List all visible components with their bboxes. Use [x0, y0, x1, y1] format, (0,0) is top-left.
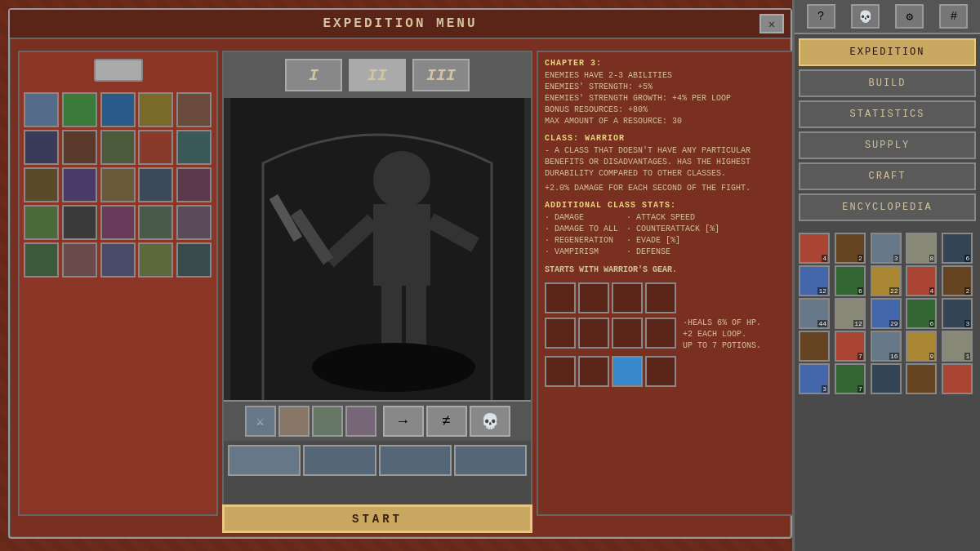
action-slot-3[interactable] — [312, 406, 343, 437]
inv-cell-20[interactable] — [24, 242, 59, 278]
nav-btn-encyclopedia[interactable]: ENCYCLOPEDIA — [799, 193, 976, 221]
inv-cell-24[interactable] — [176, 242, 212, 278]
inv-cell-9[interactable] — [176, 130, 212, 165]
sidebar-inv-cell-24[interactable] — [942, 363, 973, 394]
equipment-slot-main[interactable] — [94, 59, 143, 82]
sidebar-inv-cell-3[interactable]: 8 — [906, 233, 937, 264]
inv-cell-10[interactable] — [24, 167, 59, 202]
sidebar-inv-cell-20[interactable]: 3 — [799, 363, 830, 394]
sidebar-icon-skull[interactable]: 💀 — [851, 4, 880, 29]
sidebar-inv-cell-11[interactable]: 12 — [835, 298, 866, 329]
inventory-grid — [20, 88, 216, 282]
sidebar-inv-cell-0[interactable]: 4 — [799, 233, 830, 264]
svg-point-1 — [373, 151, 430, 208]
sidebar-icon-settings[interactable]: ⚙ — [895, 4, 924, 29]
inv-cell-22[interactable] — [100, 242, 136, 278]
sidebar-inv-cell-22[interactable] — [871, 363, 902, 394]
svg-rect-5 — [381, 286, 402, 351]
sidebar-inv-cell-17[interactable]: 16 — [871, 331, 902, 362]
sidebar-icon-4[interactable]: # — [939, 4, 968, 29]
sidebar-inv-grid: 423861262242441229637169137 — [799, 233, 976, 394]
chapter-tab-3[interactable]: III — [412, 59, 470, 91]
action-slot-2[interactable] — [278, 406, 310, 437]
close-button[interactable]: ✕ — [760, 14, 784, 33]
nav-btn-build[interactable]: BUILD — [799, 69, 976, 97]
inv-cell-18[interactable] — [138, 205, 173, 240]
sidebar-inv-cell-5[interactable]: 12 — [799, 265, 830, 296]
item-slots-top — [545, 282, 786, 313]
chapter-tab-2[interactable]: II — [349, 59, 406, 91]
item-slot-12[interactable] — [645, 356, 676, 387]
nav-btn-statistics[interactable]: STATISTICS — [799, 100, 976, 128]
nav-btn-supply[interactable]: SUPPLY — [799, 131, 976, 159]
inv-cell-8[interactable] — [138, 130, 173, 165]
inv-cell-17[interactable] — [100, 205, 136, 240]
arrow-button[interactable]: → — [383, 406, 424, 437]
sidebar-icon-1[interactable]: ? — [807, 4, 835, 29]
item-slot-9[interactable] — [545, 356, 576, 387]
item-slot-shield[interactable] — [545, 318, 576, 349]
inv-cell-4[interactable] — [176, 92, 212, 127]
sidebar-inv-cell-16[interactable]: 7 — [835, 331, 866, 362]
item-slot-10[interactable] — [578, 356, 609, 387]
chapter-tab-1[interactable]: I — [285, 59, 342, 91]
item-slot-8[interactable] — [645, 318, 676, 349]
sidebar-inv-cell-15[interactable] — [799, 331, 830, 362]
inv-cell-13[interactable] — [138, 167, 173, 202]
nav-btn-expedition[interactable]: EXPEDITION — [799, 38, 976, 66]
item-slot-7[interactable] — [612, 318, 643, 349]
sidebar-inv-cell-14[interactable]: 3 — [942, 298, 973, 329]
inv-cell-23[interactable] — [138, 242, 173, 278]
inv-cell-6[interactable] — [62, 130, 97, 165]
sidebar-inv-cell-7[interactable]: 22 — [871, 265, 902, 296]
inv-cell-14[interactable] — [176, 167, 212, 202]
sidebar-inv-cell-21[interactable]: 7 — [835, 363, 866, 394]
item-slots-mid: ·HEALS 6% OF HP. +2 EACH LOOP. UP TO 7 P… — [545, 318, 786, 352]
sidebar-inv-cell-10[interactable]: 44 — [799, 298, 830, 329]
inv-cell-21[interactable] — [62, 242, 97, 278]
character-display — [224, 98, 531, 400]
sidebar-inv-cell-9[interactable]: 2 — [942, 265, 973, 296]
item-slot-3[interactable] — [612, 282, 643, 313]
inv-cell-15[interactable] — [24, 205, 59, 240]
not-equal-button[interactable]: ≠ — [426, 406, 467, 437]
equip-slot-3[interactable] — [379, 445, 452, 476]
inv-cell-19[interactable] — [176, 205, 212, 240]
sidebar-inv-cell-12[interactable]: 29 — [871, 298, 902, 329]
sidebar-inv-cell-4[interactable]: 6 — [942, 233, 973, 264]
sidebar-inv-cell-13[interactable]: 6 — [906, 298, 937, 329]
inv-cell-16[interactable] — [62, 205, 97, 240]
sidebar-top-icons: ? 💀 ⚙ # — [795, 0, 980, 34]
equip-slot-4[interactable] — [454, 445, 527, 476]
sidebar-inv-cell-2[interactable]: 3 — [871, 233, 902, 264]
sidebar-inv-cell-23[interactable] — [906, 363, 937, 394]
item-slot-6[interactable] — [578, 318, 609, 349]
inv-cell-12[interactable] — [100, 167, 136, 202]
equip-slot-2[interactable] — [303, 445, 376, 476]
item-slot-potion[interactable] — [612, 356, 643, 387]
nav-btn-craft[interactable]: CRAFT — [799, 162, 976, 190]
sidebar-inv-cell-18[interactable]: 9 — [906, 331, 937, 362]
sidebar-inv-cell-6[interactable]: 6 — [835, 265, 866, 296]
item-slot-4[interactable] — [645, 282, 676, 313]
sidebar-inv-cell-1[interactable]: 2 — [835, 233, 866, 264]
inv-cell-11[interactable] — [62, 167, 97, 202]
start-button[interactable]: START — [222, 504, 532, 533]
item-slot-skull[interactable] — [578, 282, 609, 313]
inv-cell-5[interactable] — [24, 130, 59, 165]
item-slot-sword[interactable] — [545, 282, 576, 313]
inv-cell-1[interactable] — [62, 92, 97, 127]
equip-slot-1[interactable] — [228, 445, 301, 476]
sidebar-inv-cell-19[interactable]: 1 — [942, 331, 973, 362]
inv-cell-2[interactable] — [100, 92, 136, 127]
equipment-row — [20, 52, 216, 88]
skull-button[interactable]: 💀 — [470, 406, 510, 437]
inv-cell-0[interactable] — [24, 92, 59, 127]
inv-cell-3[interactable] — [138, 92, 173, 127]
center-panel: I II III — [222, 51, 532, 516]
inv-cell-7[interactable] — [100, 130, 136, 165]
game-area: EXPEDITION MENU ✕ I II III — [0, 0, 792, 551]
action-slot-4[interactable] — [345, 406, 376, 437]
sidebar-inv-cell-8[interactable]: 4 — [906, 265, 937, 296]
action-slot-1[interactable]: ⚔ — [245, 406, 276, 437]
